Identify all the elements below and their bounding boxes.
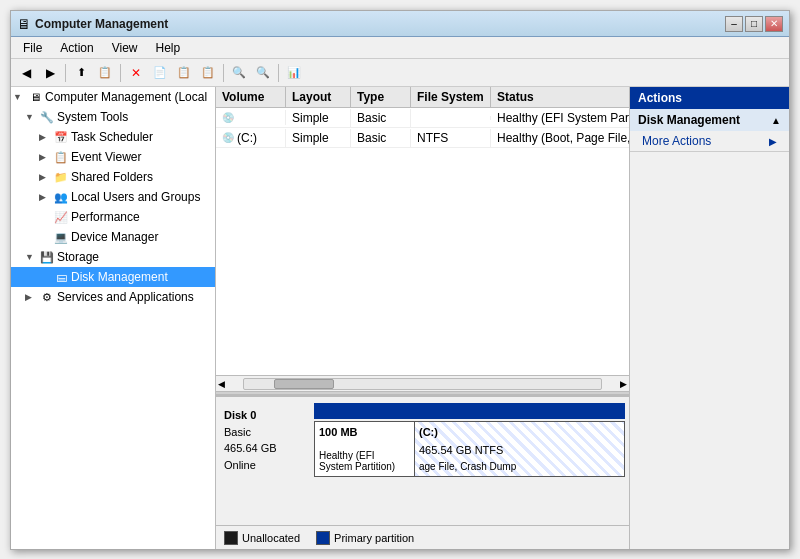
table-header: Volume Layout Type File System Status [216,87,629,108]
th-status[interactable]: Status [491,87,629,107]
legend-primary: Primary partition [316,531,414,545]
menu-action[interactable]: Action [52,39,101,57]
td-status-1: Healthy (Boot, Page File, Crash Du [491,129,629,147]
computer-icon: 🖥 [27,89,43,105]
center-pane: Volume Layout Type File System Status 💿 [216,87,629,549]
toolbar-sep-4 [278,64,279,82]
tree-storage[interactable]: ▼ 💾 Storage [11,247,215,267]
tree-device-manager-label: Device Manager [71,230,158,244]
th-layout[interactable]: Layout [286,87,351,107]
action-section-header[interactable]: Disk Management ▲ [630,109,789,131]
title-bar: 🖥 Computer Management – □ ✕ [11,11,789,37]
action-more-actions-arrow-icon: ▶ [769,136,777,147]
tree-task-scheduler[interactable]: ▶ 📅 Task Scheduler [11,127,215,147]
disk-type: Basic [224,424,306,441]
partition-efi[interactable]: 100 MB Healthy (EFI System Partition) [315,422,415,476]
toolbar-search1[interactable]: 🔍 [228,62,250,84]
actions-title: Actions [630,87,789,109]
tree-device-manager[interactable]: 💻 Device Manager [11,227,215,247]
disk-area-spacer [216,483,629,499]
vol-drive-icon-1: 💿 [222,132,234,143]
menu-file[interactable]: File [15,39,50,57]
table-area: Volume Layout Type File System Status 💿 [216,87,629,391]
computer-management-window: 🖥 Computer Management – □ ✕ File Action … [10,10,790,550]
event-viewer-icon: 📋 [53,149,69,165]
legend-unallocated-label: Unallocated [242,532,300,544]
partition-c-label: (C:) [419,426,620,438]
tree-disk-management[interactable]: 🖴 Disk Management [11,267,215,287]
hscroll-thumb[interactable] [274,379,334,389]
toolbar-search2[interactable]: 🔍 [252,62,274,84]
td-fs-1: NTFS [411,129,491,147]
shared-folders-expand-icon: ▶ [39,172,51,182]
table-hscrollbar[interactable]: ◀ ▶ [216,375,629,391]
menu-view[interactable]: View [104,39,146,57]
action-section-collapse-icon: ▲ [771,115,781,126]
toolbar-paste[interactable]: 📋 [197,62,219,84]
actions-pane: Actions Disk Management ▲ More Actions ▶ [629,87,789,549]
tree-root[interactable]: ▼ 🖥 Computer Management (Local [11,87,215,107]
disk-mgmt-icon: 🖴 [53,269,69,285]
tree-shared-folders[interactable]: ▶ 📁 Shared Folders [11,167,215,187]
toolbar-forward[interactable]: ▶ [39,62,61,84]
tree-event-viewer[interactable]: ▶ 📋 Event Viewer [11,147,215,167]
partition-c[interactable]: (C:) 465.54 GB NTFS age File, Crash Dump [415,422,624,476]
tree-performance[interactable]: 📈 Performance [11,207,215,227]
th-type[interactable]: Type [351,87,411,107]
tree-event-viewer-label: Event Viewer [71,150,141,164]
th-volume[interactable]: Volume [216,87,286,107]
tree-local-users-label: Local Users and Groups [71,190,200,204]
partition-efi-desc: Healthy (EFI System Partition) [319,450,410,472]
toolbar-snap[interactable]: 📋 [94,62,116,84]
task-scheduler-expand-icon: ▶ [39,132,51,142]
action-more-actions-label: More Actions [642,134,711,148]
toolbar-prop[interactable]: 📄 [149,62,171,84]
tree-services[interactable]: ▶ ⚙ Services and Applications [11,287,215,307]
maximize-button[interactable]: □ [745,16,763,32]
disk-status: Online [224,457,306,474]
menu-help[interactable]: Help [148,39,189,57]
table-row[interactable]: 💿 (C:) Simple Basic NTFS Healthy (Boot, … [216,128,629,148]
vol-drive-icon-0: 💿 [222,112,234,123]
main-area: ▼ 🖥 Computer Management (Local ▼ 🔧 Syste… [11,87,789,549]
toolbar-chart[interactable]: 📊 [283,62,305,84]
partition-c-size: 465.54 GB NTFS [419,444,620,456]
th-fs[interactable]: File System [411,87,491,107]
td-type-0: Basic [351,109,411,127]
action-section-label: Disk Management [638,113,740,127]
hscroll-left-btn[interactable]: ◀ [216,379,227,389]
action-more-actions[interactable]: More Actions ▶ [630,131,789,151]
table-row[interactable]: 💿 Simple Basic Healthy (EFI System Parti… [216,108,629,128]
toolbar-sep-1 [65,64,66,82]
toolbar-back[interactable]: ◀ [15,62,37,84]
tree-local-users[interactable]: ▶ 👥 Local Users and Groups [11,187,215,207]
toolbar-delete[interactable]: ✕ [125,62,147,84]
root-expand-icon: ▼ [13,92,25,102]
disk-partitions: 100 MB Healthy (EFI System Partition) (C… [314,403,625,477]
partition-c-desc: age File, Crash Dump [419,461,620,472]
services-icon: ⚙ [39,289,55,305]
partition-efi-size: 100 MB [319,426,410,438]
task-scheduler-icon: 📅 [53,129,69,145]
device-manager-icon: 💻 [53,229,69,245]
tree-system-tools[interactable]: ▼ 🔧 System Tools [11,107,215,127]
legend-unallocated: Unallocated [224,531,300,545]
title-buttons: – □ ✕ [725,16,783,32]
app-icon: 🖥 [17,16,31,32]
hscroll-right-btn[interactable]: ▶ [618,379,629,389]
disk-bar-fill [314,403,625,419]
minimize-button[interactable]: – [725,16,743,32]
title-bar-left: 🖥 Computer Management [17,16,168,32]
action-section-disk-mgmt: Disk Management ▲ More Actions ▶ [630,109,789,152]
legend-box-unallocated [224,531,238,545]
toolbar-copy[interactable]: 📋 [173,62,195,84]
system-tools-icon: 🔧 [39,109,55,125]
tree-root-label: Computer Management (Local [45,90,207,104]
td-status-0: Healthy (EFI System Partition) [491,109,629,127]
storage-icon: 💾 [39,249,55,265]
tree-system-tools-label: System Tools [57,110,128,124]
tree-shared-folders-label: Shared Folders [71,170,153,184]
toolbar-up[interactable]: ⬆ [70,62,92,84]
close-button[interactable]: ✕ [765,16,783,32]
tree-disk-management-label: Disk Management [71,270,168,284]
